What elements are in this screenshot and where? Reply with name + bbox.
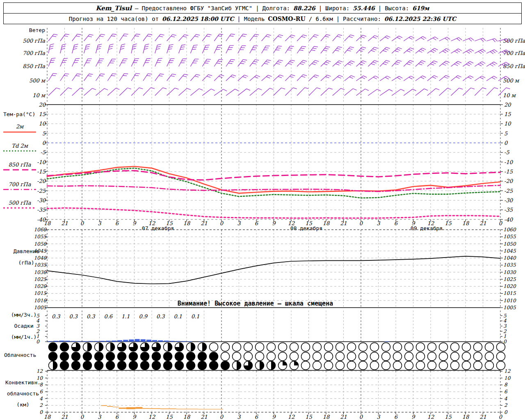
conv-ytick-right: 6 xyxy=(504,389,508,395)
x-tick-label-bottom: 6 xyxy=(394,414,398,420)
wind-barb-staff xyxy=(143,88,151,96)
wind-barb-feather xyxy=(398,59,402,63)
wind-barb xyxy=(475,48,486,56)
wind-barb-feather xyxy=(268,74,272,78)
wind-barb-staff xyxy=(131,34,136,41)
wind-barb-staff xyxy=(297,88,305,96)
temp-ytick-left: 20 xyxy=(39,102,46,108)
conv-ytick-left: 6 xyxy=(39,389,43,395)
conv-ytick-left: 0 xyxy=(39,409,43,415)
cloud-cover-symbol xyxy=(244,352,253,361)
wind-barb-staff xyxy=(48,34,54,41)
x-tick-label-bottom: 0 xyxy=(359,414,363,420)
cloud-cover-symbol xyxy=(497,352,505,361)
wind-barb-feather xyxy=(459,87,463,91)
wind-barb-feather xyxy=(374,46,378,50)
wind-barb-feather xyxy=(196,73,200,77)
wind-barb xyxy=(439,36,450,44)
wind-barb xyxy=(107,43,113,54)
wind-barb-staff xyxy=(345,35,351,41)
wind-barb-staff xyxy=(356,89,365,96)
wind-barb-staff xyxy=(451,88,459,96)
wind-barb xyxy=(131,87,143,98)
x-tick-label: 0 xyxy=(499,220,503,226)
precip-bar xyxy=(170,341,175,342)
date-label: 09 декабря xyxy=(411,225,443,231)
wind-barb-feather xyxy=(506,87,510,90)
wind-barb-staff xyxy=(274,88,281,96)
wind-barb xyxy=(60,57,68,68)
wind-barb-staff xyxy=(48,88,56,96)
wind-barb-staff xyxy=(274,35,279,41)
wind-barb xyxy=(486,61,497,69)
wind-barb xyxy=(250,87,262,98)
cloud-cover-fill xyxy=(106,352,115,361)
precip-ytick-left: 0 xyxy=(36,339,40,345)
cloud-cover-fill xyxy=(60,352,69,361)
wind-barb-feather xyxy=(123,57,128,60)
wind-barb xyxy=(427,36,438,44)
cloud-cover-symbol xyxy=(233,343,241,352)
wind-barb-staff xyxy=(498,88,506,96)
wind-barb-feather xyxy=(124,32,128,36)
temp-ytick-right: 0 xyxy=(504,140,508,146)
wind-barb xyxy=(321,59,331,69)
wind-barb-staff xyxy=(190,34,196,41)
x-tick-label: 0 xyxy=(80,220,84,226)
wind-barb-feather xyxy=(290,45,294,48)
precip-amount-label: 0.3 xyxy=(69,313,78,320)
precip-bar xyxy=(146,340,151,342)
wind-barb-feather xyxy=(92,87,96,91)
wind-barb xyxy=(392,46,402,56)
x-tick-label-bottom: 6 xyxy=(115,414,119,420)
wind-barb-feather xyxy=(281,87,285,90)
wind-barb xyxy=(250,44,258,55)
cloud-cover-fill xyxy=(152,352,161,361)
wind-barb xyxy=(226,73,236,83)
wind-barb-staff xyxy=(309,75,315,81)
precip-amount-label: 0.1 xyxy=(191,313,200,320)
wind-barb xyxy=(84,72,93,83)
x-tick-label-bottom: 9 xyxy=(132,414,137,420)
wind-barb-feather xyxy=(199,87,203,91)
conv-ytick-right: 2 xyxy=(504,402,508,408)
wind-barb-feather xyxy=(350,34,354,37)
wind-barb xyxy=(415,75,426,84)
precip-bar xyxy=(141,339,146,342)
cloud-cover-symbol xyxy=(301,361,310,370)
wind-barb-staff xyxy=(321,34,326,41)
wind-barb xyxy=(202,88,215,98)
wind-barb xyxy=(84,57,92,68)
wind-barb xyxy=(119,57,127,68)
wind-barb-feather xyxy=(175,87,178,91)
wind-barb xyxy=(309,59,319,69)
wind-barb xyxy=(333,45,342,55)
wind-barb-feather xyxy=(101,33,105,37)
wind-barb xyxy=(345,74,355,83)
wind-barb-feather xyxy=(244,74,248,78)
wind-barb-feather xyxy=(147,57,151,60)
precip-bar xyxy=(385,341,390,342)
wind-barb-feather xyxy=(243,58,247,62)
x-tick-label-bottom: 3 xyxy=(377,414,381,420)
wind-barb-feather xyxy=(315,73,319,77)
temp-ytick-right: -25 xyxy=(504,188,513,194)
wind-barb-feather xyxy=(483,37,486,41)
wind-barb xyxy=(415,47,426,56)
wind-barb xyxy=(226,44,234,55)
wind-barb xyxy=(167,33,176,43)
wind-barb-feather xyxy=(196,33,200,37)
wind-barb-feather xyxy=(151,86,155,90)
x-tick-label: 21 xyxy=(479,220,486,226)
pressure-ytick-right: 1010 xyxy=(503,298,516,304)
cloud-cover-fill xyxy=(237,361,241,370)
wind-barb xyxy=(190,87,203,98)
x-tick-label-bottom: 3 xyxy=(98,414,102,420)
wind-barb-feather xyxy=(235,88,239,92)
temp-ytick-left: 5 xyxy=(42,130,46,137)
wind-barb xyxy=(167,43,173,55)
wind-barb xyxy=(72,57,80,68)
wind-barb xyxy=(333,59,343,69)
wind-barb xyxy=(143,86,155,98)
wind-barb-staff xyxy=(404,76,411,81)
